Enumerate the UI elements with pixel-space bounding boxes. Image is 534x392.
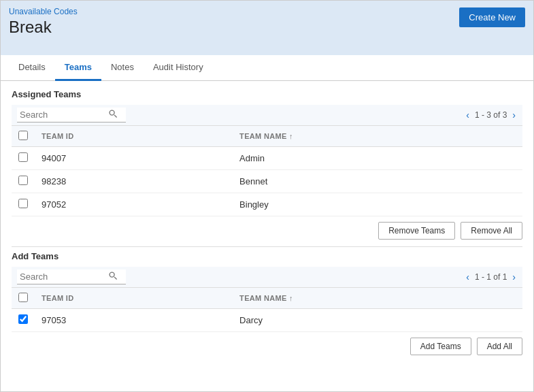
assigned-teams-pagination-text: 1 - 3 of 3 bbox=[475, 110, 507, 120]
assigned-teams-search-icon bbox=[108, 109, 118, 120]
assigned-teams-table: TEAM ID TEAM NAME ↑ 94007 Admin bbox=[12, 126, 522, 216]
add-teams-section: Add Teams ‹ 1 - 1 of 1 › bbox=[12, 251, 522, 358]
remove-all-button[interactable]: Remove All bbox=[461, 222, 522, 240]
assigned-row-1-checkbox-cell bbox=[12, 147, 35, 170]
tab-details[interactable]: Details bbox=[9, 55, 55, 81]
add-teams-pagination-text: 1 - 1 of 1 bbox=[475, 272, 507, 282]
assigned-row-3-checkbox-cell bbox=[12, 193, 35, 216]
assigned-row-2-checkbox[interactable] bbox=[18, 176, 28, 185]
add-row-1-team-name: Darcy bbox=[233, 309, 522, 332]
assigned-teams-pagination: ‹ 1 - 3 of 3 › bbox=[465, 110, 517, 120]
assigned-row-3-checkbox[interactable] bbox=[18, 199, 28, 208]
add-teams-pagination: ‹ 1 - 1 of 1 › bbox=[465, 272, 517, 282]
add-sort-asc-icon: ↑ bbox=[289, 294, 293, 302]
add-teams-button[interactable]: Add Teams bbox=[410, 338, 471, 355]
assigned-row-3-team-id: 97052 bbox=[35, 193, 233, 216]
add-teams-title: Add Teams bbox=[12, 251, 522, 261]
tab-notes[interactable]: Notes bbox=[101, 55, 144, 81]
table-row: 97053 Darcy bbox=[12, 309, 522, 332]
svg-line-1 bbox=[114, 115, 117, 118]
add-teams-actions: Add Teams Add All bbox=[12, 332, 522, 358]
add-teams-select-all-checkbox[interactable] bbox=[18, 293, 28, 302]
assigned-teams-select-all-checkbox[interactable] bbox=[18, 131, 28, 140]
add-teams-col-team-name: TEAM NAME ↑ bbox=[233, 288, 522, 309]
page-title: Break bbox=[9, 18, 525, 37]
svg-point-0 bbox=[110, 110, 114, 115]
table-row: 94007 Admin bbox=[12, 147, 522, 170]
assigned-row-2-checkbox-cell bbox=[12, 170, 35, 193]
assigned-row-1-team-id: 94007 bbox=[35, 147, 233, 170]
section-divider bbox=[12, 246, 522, 247]
assigned-teams-search-input[interactable] bbox=[20, 110, 108, 120]
svg-line-3 bbox=[114, 277, 117, 280]
table-row: 97052 Bingley bbox=[12, 193, 522, 216]
add-teams-select-all-col bbox=[12, 288, 35, 309]
add-row-1-checkbox[interactable] bbox=[18, 314, 28, 324]
add-all-button[interactable]: Add All bbox=[477, 338, 522, 355]
add-row-1-checkbox-cell bbox=[12, 309, 35, 332]
add-teams-header-row: TEAM ID TEAM NAME ↑ bbox=[12, 288, 522, 309]
tab-teams[interactable]: Teams bbox=[55, 55, 101, 81]
assigned-row-2-team-name: Bennet bbox=[233, 170, 522, 193]
breadcrumb[interactable]: Unavailable Codes bbox=[9, 7, 78, 16]
main-content: Assigned Teams ‹ 1 - 3 of 3 › bbox=[1, 81, 533, 391]
assigned-teams-title: Assigned Teams bbox=[12, 89, 522, 99]
assigned-row-2-team-id: 98238 bbox=[35, 170, 233, 193]
assigned-teams-section: Assigned Teams ‹ 1 - 3 of 3 › bbox=[12, 89, 522, 242]
create-new-button[interactable]: Create New bbox=[459, 7, 525, 27]
add-teams-search-wrap[interactable] bbox=[17, 270, 126, 284]
assigned-teams-search-wrap[interactable] bbox=[17, 108, 126, 122]
svg-point-2 bbox=[110, 272, 114, 277]
assigned-teams-search-row: ‹ 1 - 3 of 3 › bbox=[12, 105, 522, 126]
assigned-teams-next-arrow[interactable]: › bbox=[511, 110, 517, 120]
assigned-row-1-checkbox[interactable] bbox=[18, 152, 28, 162]
assigned-row-3-team-name: Bingley bbox=[233, 193, 522, 216]
assigned-teams-actions: Remove Teams Remove All bbox=[12, 216, 522, 242]
assigned-teams-select-all-col bbox=[12, 126, 35, 147]
add-teams-search-row: ‹ 1 - 1 of 1 › bbox=[12, 267, 522, 288]
assigned-teams-col-team-id: TEAM ID bbox=[35, 126, 233, 147]
tab-audit-history[interactable]: Audit History bbox=[144, 55, 213, 81]
assigned-row-1-team-name: Admin bbox=[233, 147, 522, 170]
add-teams-col-team-id: TEAM ID bbox=[35, 288, 233, 309]
assigned-teams-col-team-name: TEAM NAME ↑ bbox=[233, 126, 522, 147]
remove-teams-button[interactable]: Remove Teams bbox=[378, 222, 455, 240]
add-teams-prev-arrow[interactable]: ‹ bbox=[465, 272, 471, 282]
table-row: 98238 Bennet bbox=[12, 170, 522, 193]
sort-asc-icon: ↑ bbox=[289, 132, 293, 140]
add-teams-search-input[interactable] bbox=[20, 272, 108, 282]
assigned-teams-header-row: TEAM ID TEAM NAME ↑ bbox=[12, 126, 522, 147]
page-header: Unavailable Codes Break Create New bbox=[1, 1, 533, 55]
tabs-bar: Details Teams Notes Audit History bbox=[1, 55, 533, 81]
add-teams-table: TEAM ID TEAM NAME ↑ 97053 Darcy bbox=[12, 288, 522, 332]
assigned-teams-prev-arrow[interactable]: ‹ bbox=[465, 110, 471, 120]
add-teams-next-arrow[interactable]: › bbox=[511, 272, 517, 282]
add-row-1-team-id: 97053 bbox=[35, 309, 233, 332]
add-teams-search-icon bbox=[108, 271, 118, 282]
